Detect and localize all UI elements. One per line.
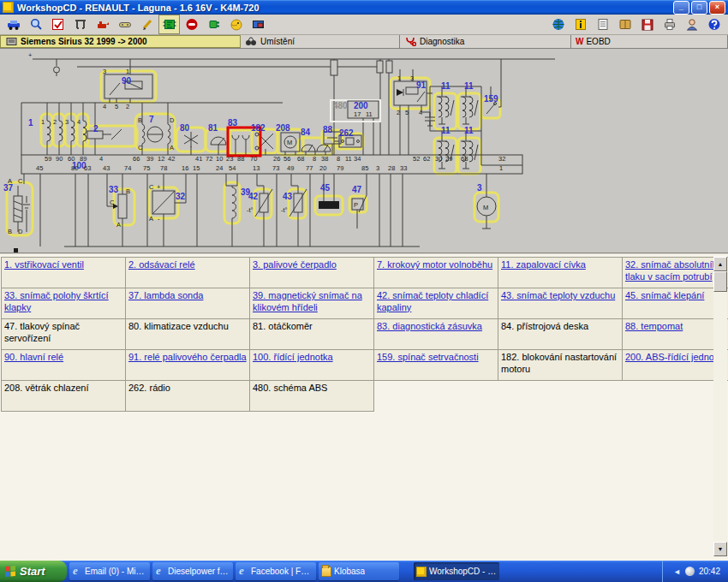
taskbar-button[interactable]: Dieselpower forum :: ... <box>152 562 233 580</box>
tab-umisteni[interactable]: Umístění <box>241 35 400 48</box>
svg-text:84: 84 <box>301 128 311 137</box>
bird-icon[interactable] <box>225 15 247 34</box>
car-icon[interactable] <box>3 15 24 34</box>
legend-cell: 208. větrák chlazení <box>2 381 126 412</box>
wiring-diagram[interactable]: 9012780818318220884882624802009111111111… <box>0 49 728 252</box>
pencil-icon[interactable] <box>136 15 158 34</box>
svg-text:43: 43 <box>103 164 110 172</box>
taskbar-button-label: Dieselpower forum :: ... <box>168 567 230 576</box>
svg-text:89: 89 <box>80 155 87 163</box>
taskbar-button[interactable]: Email (0) - Microsoft I... <box>69 562 150 580</box>
svg-text:11: 11 <box>464 126 474 135</box>
legend-entry[interactable]: 32. snímač absolutního tlaku v sacím pot… <box>625 259 723 282</box>
svg-text:45: 45 <box>320 183 331 193</box>
svg-text:182: 182 <box>251 123 266 133</box>
book-icon[interactable] <box>614 15 636 34</box>
photos-icon[interactable] <box>248 15 269 34</box>
legend-cell: 480. schéma ABS <box>250 381 374 412</box>
legend-entry[interactable]: 37. lambda sonda <box>128 290 203 300</box>
info-icon[interactable] <box>570 15 591 34</box>
svg-text:+: + <box>157 183 161 191</box>
tab-diagnostika[interactable]: Diagnostika <box>400 35 571 48</box>
legend-entry[interactable]: 90. hlavní relé <box>4 352 63 362</box>
wiring-diagram-panel: 9012780818318220884882624802009111111111… <box>0 49 728 253</box>
legend-entry[interactable]: 83. diagnostická zásuvka <box>377 321 482 331</box>
tab-eobd[interactable]: W EOBD <box>571 35 728 48</box>
legend-entry[interactable]: 11. zapalovací cívka <box>501 259 586 270</box>
vertical-scrollbar[interactable]: ▲ ▼ <box>713 257 727 556</box>
svg-text:68: 68 <box>297 155 304 163</box>
help-icon[interactable] <box>703 15 725 34</box>
legend-entry[interactable]: 3. palivové čerpadlo <box>253 259 337 270</box>
legend-entry[interactable]: 33. snímač polohy škrtící klapky <box>4 290 109 312</box>
legend-entry[interactable]: 7. krokový motor volnoběhu <box>377 259 492 270</box>
globe-icon[interactable] <box>547 15 569 34</box>
save-icon[interactable] <box>636 15 658 34</box>
legend-entry[interactable]: 100. řídící jednotka <box>253 352 333 362</box>
minimize-button[interactable]: _ <box>673 1 689 15</box>
main-toolbar <box>0 15 728 35</box>
title-bar: WorkshopCD - RENAULT - Laguna - 1.6 16V … <box>0 0 728 15</box>
oil-can-icon[interactable] <box>92 15 113 34</box>
legend-entry: 182. blokování nastartování motoru <box>501 352 617 374</box>
legend-cell: 262. rádio <box>126 381 250 412</box>
taskbar-button[interactable]: Klobasa <box>319 562 399 580</box>
legend-cell: 11. zapalovací cívka <box>498 258 623 288</box>
checklist-icon[interactable] <box>47 15 69 34</box>
taskbar-button-label: Klobasa <box>334 567 365 576</box>
scroll-thumb[interactable] <box>713 271 727 292</box>
legend-row: 90. hlavní relé91. relé palivového čerpa… <box>2 350 728 381</box>
svg-text:72: 72 <box>206 155 212 163</box>
svg-text:A: A <box>116 221 121 229</box>
caliper-icon[interactable] <box>69 15 91 34</box>
start-label: Start <box>20 565 45 578</box>
legend-cell: 43. snímač teploty vzduchu <box>498 288 623 319</box>
legend-entry[interactable]: 2. odsávací relé <box>128 259 195 270</box>
legend-cell: 88. tempomat <box>623 319 728 350</box>
legend-entry[interactable]: 43. snímač teploty vzduchu <box>501 290 615 300</box>
connector-icon[interactable] <box>203 15 224 34</box>
svg-text:1: 1 <box>126 68 129 75</box>
taskbar-button[interactable]: WorkshopCD - RENA... <box>414 562 499 580</box>
tray-app-icon[interactable] <box>685 567 695 576</box>
scroll-down-button[interactable]: ▼ <box>713 542 727 556</box>
svg-text:12: 12 <box>158 155 164 163</box>
legend-entry[interactable]: 1. vstřikovací ventil <box>4 259 84 270</box>
tray-chevron-icon[interactable]: ◄ <box>673 567 681 576</box>
restore-button[interactable]: □ <box>691 1 707 15</box>
svg-text:29: 29 <box>445 155 452 163</box>
search-icon[interactable] <box>25 15 46 34</box>
svg-text:28: 28 <box>388 164 395 172</box>
notes-icon[interactable] <box>592 15 613 34</box>
legend-cell: 32. snímač absolutního tlaku v sacím pot… <box>623 258 728 288</box>
binoculars-icon <box>245 37 257 46</box>
legend-entry[interactable]: 42. snímač teploty chladící kapaliny <box>377 290 488 312</box>
taskbar-button[interactable]: Facebook | Fotky uži... <box>236 562 316 580</box>
app-icon <box>416 567 427 577</box>
print-icon[interactable] <box>659 15 680 34</box>
legend-entry: 80. klimatizace vzduchu <box>128 321 229 331</box>
legend-entry[interactable]: 159. spínač setrvačnosti <box>377 352 479 362</box>
svg-text:2: 2 <box>93 124 98 134</box>
svg-text:262: 262 <box>339 128 354 138</box>
legend-entry[interactable]: 91. relé palivového čerpadla <box>128 352 247 362</box>
user-icon[interactable] <box>681 15 702 34</box>
legend-entry[interactable]: 200. ABS-řídící jednotka <box>625 352 727 362</box>
svg-text:74: 74 <box>124 164 131 172</box>
workshopcd-window: WorkshopCD - RENAULT - Laguna - 1.6 16V … <box>0 0 728 582</box>
svg-text:42: 42 <box>248 192 259 201</box>
start-button[interactable]: Start <box>0 561 67 582</box>
gasket-icon[interactable] <box>114 15 135 34</box>
legend-cell <box>374 381 498 412</box>
svg-text:60: 60 <box>68 155 75 163</box>
legend-entry[interactable]: 88. tempomat <box>625 321 683 331</box>
scroll-up-button[interactable]: ▲ <box>713 257 727 271</box>
legend-entry[interactable]: 45. snímač klepání <box>625 290 704 300</box>
close-button[interactable]: × <box>709 1 725 15</box>
ast-icon[interactable] <box>181 15 202 34</box>
system-tray: ◄ 20:42 <box>662 561 728 582</box>
tab-siemens-sirius[interactable]: Siemens Sirius 32 1999 -> 2000 <box>0 35 241 48</box>
wiring-icon[interactable] <box>158 15 180 34</box>
legend-entry[interactable]: 39. magnetický snímač na klikovém hřídel… <box>253 290 362 312</box>
svg-text:8: 8 <box>313 155 316 163</box>
